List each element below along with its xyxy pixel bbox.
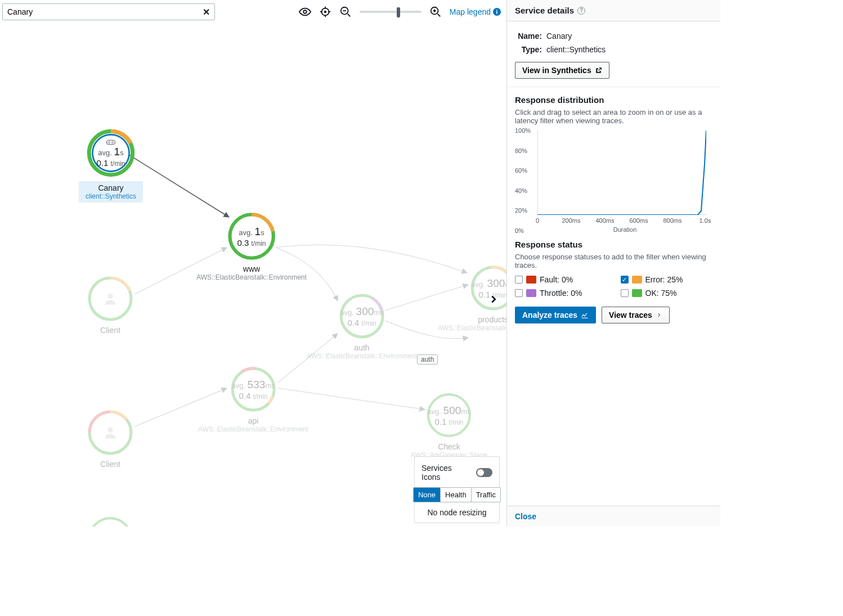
node-auth[interactable]: avg. 300ms 0.4 t/min auth AWS::ElasticBe… (307, 293, 417, 360)
services-icons-label: Services Icons (422, 464, 470, 482)
external-link-icon (595, 67, 602, 74)
node-check[interactable]: avg. 500ms 0.1 t/min Check AWS::ApiGatew… (411, 392, 487, 459)
node-www-label: www AWS::ElasticBeanstalk::Environment (196, 264, 307, 281)
status-fault[interactable]: Fault: 0% (515, 275, 607, 284)
svg-point-2 (324, 11, 326, 13)
node-client-1[interactable]: Client (87, 275, 134, 335)
dist-title: Response distribution (515, 95, 712, 105)
map-controls: Services Icons None Health Traffic No no… (414, 456, 500, 523)
crosshair-icon[interactable] (319, 6, 331, 18)
map-legend-link[interactable]: Map legend i (450, 7, 501, 16)
view-in-synthetics-button[interactable]: View in Synthetics (515, 62, 609, 79)
node-api[interactable]: avg. 533ms 0.4 t/min api AWS::ElasticBea… (198, 366, 308, 433)
type-label: Type: (515, 45, 542, 54)
node-auth-label: auth AWS::ElasticBeanstalk::Environment (307, 343, 417, 360)
svg-point-13 (108, 141, 110, 143)
status-title: Response status (515, 240, 712, 249)
zoom-out-icon[interactable] (339, 6, 352, 18)
close-panel-link[interactable]: Close (515, 512, 536, 521)
name-label: Name: (515, 32, 542, 41)
no-resize-label: No node resizing (427, 508, 486, 517)
chevron-right-icon[interactable] (487, 293, 500, 309)
canary-bot-icon (106, 139, 116, 146)
help-icon[interactable]: ? (577, 7, 585, 15)
auth-tag: auth (417, 354, 438, 365)
svg-point-19 (107, 294, 113, 299)
node-client-2-label: Client (87, 460, 134, 469)
node-canary[interactable]: avg. 1s 0.1 t/min Canary client::Synthet… (79, 128, 143, 203)
svg-point-0 (303, 10, 307, 14)
panel-title: Service details ? (507, 0, 720, 21)
node-client-2[interactable]: Client (87, 409, 134, 469)
status-ok[interactable]: OK: 75% (621, 289, 713, 298)
zoom-slider[interactable] (360, 11, 422, 13)
services-icons-toggle[interactable] (476, 468, 492, 477)
type-value: client::Synthetics (546, 45, 606, 54)
chart-xaxis-label: Duration (537, 226, 712, 233)
chart-icon (581, 311, 589, 319)
eye-icon[interactable] (299, 6, 311, 18)
seg-none[interactable]: None (414, 488, 440, 502)
search-input[interactable] (7, 7, 203, 16)
seg-traffic[interactable]: Traffic (471, 488, 500, 502)
search-box[interactable]: ✕ (2, 3, 215, 20)
response-dist-chart[interactable]: 100% 80% 60% 40% 20% 0% 0 200ms 400ms 60… (515, 131, 712, 231)
svg-rect-12 (106, 140, 115, 145)
analyze-traces-button[interactable]: Analyze traces (515, 307, 596, 323)
resize-mode-group[interactable]: None Health Traffic (413, 487, 501, 502)
chevron-right-icon (656, 312, 662, 318)
node-www[interactable]: avg. 1s 0.3 t/min www AWS::ElasticBeanst… (196, 212, 307, 281)
node-canary-label: Canary client::Synthetics (79, 181, 143, 203)
status-help: Choose response statuses to add to the f… (515, 253, 712, 269)
info-icon: i (493, 8, 501, 16)
node-client-1-label: Client (87, 326, 134, 335)
node-client-3[interactable] (87, 515, 134, 527)
zoom-in-icon[interactable] (429, 6, 442, 18)
seg-health[interactable]: Health (440, 488, 471, 502)
status-error[interactable]: ✓ Error: 25% (621, 275, 713, 284)
svg-point-22 (107, 428, 113, 433)
name-value: Canary (546, 32, 572, 41)
clear-search-icon[interactable]: ✕ (203, 7, 210, 17)
dist-help: Click and drag to select an area to zoom… (515, 108, 712, 125)
node-products-label: products AWS::ElasticBeanstalk::Environm… (438, 315, 506, 332)
view-traces-button[interactable]: View traces (602, 307, 670, 323)
svg-point-14 (111, 141, 113, 143)
status-throttle[interactable]: Throttle: 0% (515, 289, 607, 298)
node-api-label: api AWS::ElasticBeanstalk::Environment (198, 416, 308, 433)
